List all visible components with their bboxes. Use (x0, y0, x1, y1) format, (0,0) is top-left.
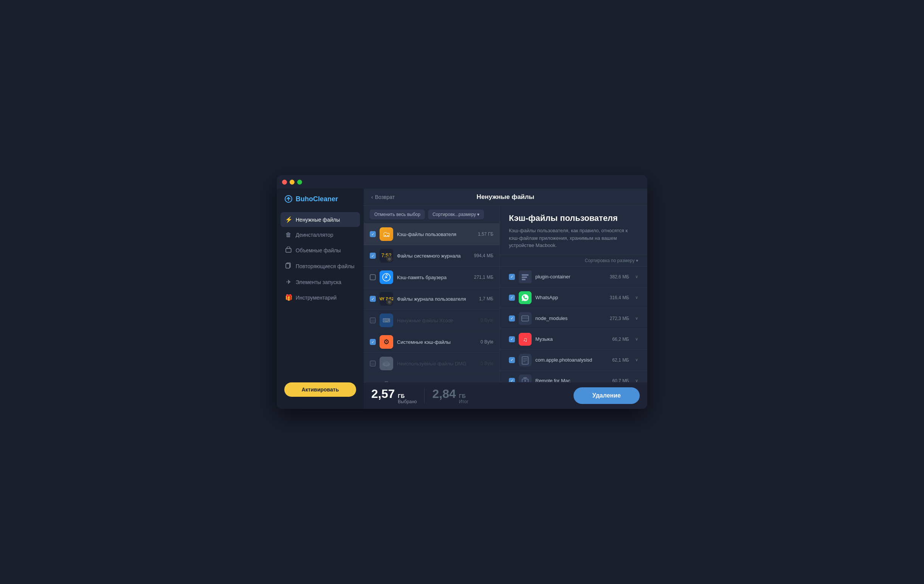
detail-panel: Кэш-файлы пользователя Кэш-файлы пользов… (500, 206, 647, 382)
dmg-name: Неиспользуемые файлы DMG (397, 361, 477, 367)
main-content: ‹ Возврат Ненужные файлы Отменить весь в… (364, 189, 647, 409)
music-icon: ♫ (519, 333, 531, 346)
total-stats: 2,84 ГБ Итог (432, 387, 468, 404)
header-row: ‹ Возврат Ненужные файлы (371, 194, 640, 200)
system-log-name: Файлы системного журнала (397, 253, 470, 259)
svg-text:⚙: ⚙ (383, 338, 389, 346)
checkmark-icon: ✓ (510, 316, 513, 320)
traffic-lights (282, 180, 302, 185)
xcode-name: Ненужные файлы Xcode (397, 318, 477, 323)
whatsapp-size: 316,4 МБ (610, 295, 629, 300)
detail-item-photoanalysis[interactable]: ✓ com.apple. (500, 350, 647, 371)
sidebar-item-large[interactable]: Объемные файлы (280, 243, 360, 258)
svg-text:⌨: ⌨ (383, 318, 390, 323)
list-item-xcode[interactable]: — ⌨ Ненужные файлы Xcode 0 Byte (364, 310, 500, 331)
page-title: Ненужные файлы (477, 193, 535, 201)
chevron-down-icon: ∨ (635, 357, 638, 362)
list-item-user-log[interactable]: ✓ NY 7:52 ⚙ Файлы журнала пользов (364, 288, 500, 310)
sidebar-item-uninstall[interactable]: 🗑 Деинсталлятор (280, 228, 360, 242)
junk-icon: ⚡ (285, 216, 292, 223)
large-icon (285, 247, 292, 254)
sys-cache-icon: ⚙ (380, 335, 393, 349)
music-name: Музыка (535, 336, 608, 342)
svg-text:♫: ♫ (523, 336, 527, 343)
detail-item-plugin[interactable]: ✓ plugin-container (500, 266, 647, 288)
tools-icon: 🎁 (285, 294, 292, 301)
remote-name: Remote for Mac (535, 378, 608, 382)
checkbox-remote[interactable]: ✓ (509, 378, 515, 382)
sidebar: BuhoCleaner ⚡ Ненужные файлы 🗑 Деинсталл… (277, 189, 364, 409)
checkbox-sys-cache[interactable]: ✓ (370, 339, 376, 345)
detail-item-whatsapp[interactable]: ✓ WhatsApp 316,4 МБ ∨ (500, 288, 647, 308)
selected-unit: ГБ (398, 393, 417, 399)
remote-size: 60,7 МБ (612, 378, 629, 382)
list-item-system-log[interactable]: ✓ 7:52 ⚙ Файлы системного журнала (364, 245, 500, 266)
browser-cache-size: 271,1 МБ (474, 275, 493, 280)
svg-point-46 (525, 380, 526, 382)
content-area: Отменить весь выбор Сортировк...размеру … (364, 206, 647, 382)
checkbox-user-log[interactable]: ✓ (370, 296, 376, 302)
checkmark-icon: ✓ (371, 340, 374, 344)
dupe-icon (285, 263, 292, 270)
selected-stats: 2,57 ГБ Выбрано (371, 387, 417, 404)
node-icon (519, 312, 531, 325)
plugin-size: 382,6 МБ (610, 274, 629, 280)
checkbox-system-log[interactable]: ✓ (370, 253, 376, 259)
detail-item-node[interactable]: ✓ node_modules 272,3 МБ (500, 308, 647, 329)
browser-cache-name: Кэш-память браузера (397, 275, 470, 280)
list-item-browser-cache[interactable]: Кэш-память браузера 271,1 МБ (364, 266, 500, 288)
close-button[interactable] (282, 180, 287, 185)
photoanalysis-size: 62,1 МБ (612, 357, 629, 363)
chevron-down-icon: ∨ (635, 378, 638, 382)
sort-button[interactable]: Сортировк...размеру ▾ (428, 210, 484, 219)
detail-item-music[interactable]: ✓ ♫ Музыка 66,2 МБ ∨ (500, 329, 647, 350)
checkbox-plugin[interactable]: ✓ (509, 274, 515, 280)
list-item-sys-cache[interactable]: ✓ ⚙ Системные кэш-файлы 0 Byte (364, 331, 500, 353)
startup-icon: ✈ (285, 278, 292, 286)
activate-button[interactable]: Активировать (284, 382, 356, 397)
detail-item-remote[interactable]: ✓ Remote for (500, 371, 647, 382)
user-log-icon: NY 7:52 ⚙ (380, 292, 393, 306)
detail-sort-label[interactable]: Сортировка по размеру ▾ (585, 258, 638, 263)
selected-label: Выбрано (398, 399, 417, 404)
titlebar (277, 175, 647, 189)
checkbox-music[interactable]: ✓ (509, 336, 515, 342)
maximize-button[interactable] (297, 180, 302, 185)
minimize-button[interactable] (290, 180, 295, 185)
footer-divider (424, 388, 424, 403)
list-items: ✓ 🗂 Кэш-файлы пользователя 1,57 ГБ ✓ (364, 223, 500, 382)
checkbox-xcode[interactable]: — (370, 318, 376, 323)
sidebar-item-dupe-label: Повторяющиеся файлы (295, 263, 355, 269)
deselect-all-button[interactable]: Отменить весь выбор (370, 210, 425, 219)
app-window: BuhoCleaner ⚡ Ненужные файлы 🗑 Деинсталл… (277, 175, 647, 409)
svg-point-12 (386, 276, 387, 278)
nav-items: ⚡ Ненужные файлы 🗑 Деинсталлятор Объемны… (277, 212, 364, 376)
checkbox-whatsapp[interactable]: ✓ (509, 294, 515, 301)
photoanalysis-icon (519, 354, 531, 367)
chevron-down-icon: ∨ (635, 274, 638, 279)
back-button[interactable]: ‹ Возврат (371, 194, 395, 200)
list-item-trash[interactable]: — Корзина (364, 374, 500, 382)
delete-button[interactable]: Удаление (574, 387, 640, 404)
list-item-dmg[interactable]: — Неиспользуемые файлы DMG 0 Byte (364, 353, 500, 374)
checkbox-browser-cache[interactable] (370, 274, 376, 280)
sidebar-item-tools-label: Инструментарий (295, 294, 337, 301)
checkbox-user-cache[interactable]: ✓ (370, 231, 376, 237)
sidebar-item-dupe[interactable]: Повторяющиеся файлы (280, 259, 360, 274)
app-body: BuhoCleaner ⚡ Ненужные файлы 🗑 Деинсталл… (277, 189, 647, 409)
checkmark-icon: ✓ (510, 337, 513, 341)
detail-list: ✓ plugin-container (500, 266, 647, 382)
checkbox-node[interactable]: ✓ (509, 316, 515, 321)
chevron-down-icon: ∨ (635, 337, 638, 342)
sidebar-item-startup-label: Элементы запуска (295, 279, 342, 285)
user-cache-icon: 🗂 (380, 227, 393, 241)
sidebar-item-junk[interactable]: ⚡ Ненужные файлы (280, 212, 360, 227)
svg-rect-1 (286, 248, 291, 252)
footer: 2,57 ГБ Выбрано 2,84 ГБ Итог Удаление (364, 382, 647, 409)
checkbox-photoanalysis[interactable]: ✓ (509, 357, 515, 363)
checkbox-dmg[interactable]: — (370, 361, 376, 367)
main-header: ‹ Возврат Ненужные файлы (364, 189, 647, 206)
sidebar-item-startup[interactable]: ✈ Элементы запуска (280, 275, 360, 290)
list-item-user-cache[interactable]: ✓ 🗂 Кэш-файлы пользователя 1,57 ГБ (364, 223, 500, 245)
sidebar-item-tools[interactable]: 🎁 Инструментарий (280, 290, 360, 305)
